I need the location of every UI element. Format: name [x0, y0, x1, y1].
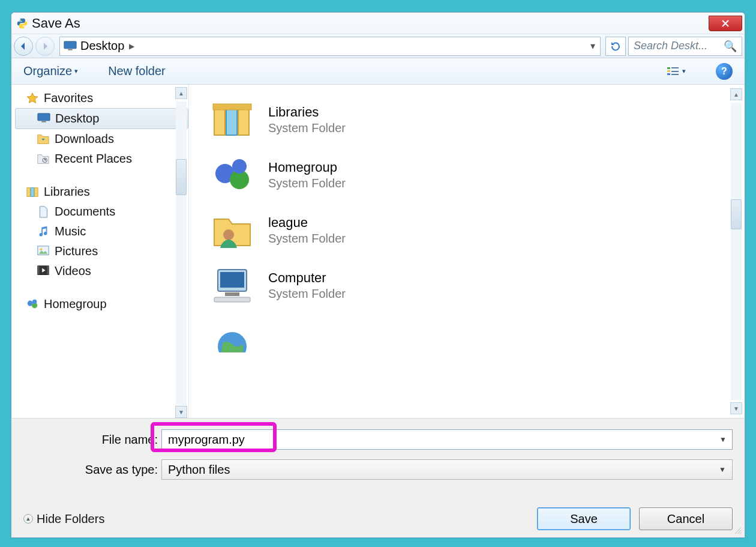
title-bar[interactable]: Save As	[11, 13, 745, 34]
app-icon	[16, 17, 28, 29]
libraries-icon	[208, 98, 256, 141]
organize-button[interactable]: Organize▾	[23, 64, 78, 78]
chevron-up-icon: ▲	[23, 514, 33, 524]
window-title: Save As	[32, 16, 80, 31]
download-folder-icon	[37, 133, 50, 146]
svg-rect-6	[667, 73, 670, 75]
svg-rect-7	[671, 67, 679, 68]
svg-point-23	[32, 299, 37, 303]
videos-icon	[37, 265, 50, 278]
nav-bar: Desktop ▶ ▾ Search Deskt... 🔍	[11, 34, 745, 58]
svg-rect-13	[27, 187, 30, 196]
cancel-button[interactable]: Cancel	[639, 507, 733, 530]
bottom-panel: File name: ▼ Save as type: Python files …	[11, 418, 745, 537]
file-item-computer[interactable]: Computer System Folder	[194, 258, 740, 313]
svg-rect-4	[667, 67, 670, 69]
svg-rect-11	[41, 121, 46, 122]
svg-point-1	[24, 26, 25, 28]
save-as-dialog: Save As Desktop ▶ ▾ Search Deskt... 🔍	[11, 12, 745, 538]
user-folder-icon	[208, 208, 256, 252]
file-item-homegroup[interactable]: Homegroup System Folder	[194, 147, 740, 202]
svg-rect-14	[31, 187, 34, 196]
sidebar-scrollbar[interactable]: ▲ ▼	[175, 87, 187, 418]
forward-button[interactable]	[35, 37, 55, 56]
desktop-icon	[37, 112, 50, 125]
view-options-button[interactable]: ▾	[667, 66, 686, 77]
main-scrollbar[interactable]: ▲ ▼	[730, 88, 742, 414]
svg-rect-20	[47, 265, 49, 274]
svg-rect-2	[64, 41, 76, 48]
file-list[interactable]: Libraries System Folder Homegroup System…	[189, 85, 745, 418]
chevron-right-icon: ▶	[129, 42, 134, 50]
sidebar-item-documents[interactable]: Documents	[15, 202, 188, 222]
sidebar-favorites[interactable]: Favorites	[15, 88, 188, 108]
libraries-icon	[26, 186, 39, 199]
scroll-down-icon[interactable]: ▼	[175, 406, 187, 418]
svg-rect-27	[213, 104, 251, 110]
sidebar-libraries[interactable]: Libraries	[15, 182, 188, 202]
svg-rect-26	[238, 106, 249, 135]
sidebar-item-desktop[interactable]: Desktop	[15, 108, 188, 129]
scroll-thumb[interactable]	[731, 199, 742, 229]
svg-point-0	[20, 19, 21, 20]
svg-rect-35	[214, 297, 250, 302]
desktop-icon	[64, 41, 77, 52]
savetype-select[interactable]: Python files ▼	[161, 459, 733, 480]
svg-rect-19	[38, 265, 40, 274]
refresh-button[interactable]	[605, 37, 626, 56]
pictures-icon	[37, 245, 50, 258]
sidebar-homegroup[interactable]: Homegroup	[15, 294, 188, 314]
svg-rect-9	[671, 74, 679, 75]
globe-icon	[208, 319, 256, 362]
location-text: Desktop	[80, 39, 124, 53]
svg-rect-8	[671, 71, 679, 72]
back-button[interactable]	[14, 37, 33, 56]
sidebar-item-music[interactable]: Music	[15, 222, 188, 241]
svg-rect-3	[68, 49, 72, 50]
address-dropdown[interactable]: ▾	[586, 40, 600, 52]
new-folder-button[interactable]: New folder	[108, 64, 166, 78]
svg-rect-5	[667, 70, 670, 72]
sidebar-item-videos[interactable]: Videos	[15, 261, 188, 281]
homegroup-icon	[208, 153, 256, 196]
file-item-user[interactable]: league System Folder	[194, 202, 740, 258]
close-button[interactable]	[709, 16, 742, 31]
svg-rect-10	[38, 113, 50, 121]
svg-rect-25	[226, 106, 237, 135]
music-icon	[37, 225, 50, 238]
sidebar-item-recent[interactable]: Recent Places	[15, 149, 188, 169]
file-item-partial[interactable]	[194, 313, 740, 368]
scroll-thumb[interactable]	[176, 159, 187, 195]
svg-point-30	[232, 159, 247, 174]
resize-grip[interactable]	[734, 527, 742, 535]
search-placeholder: Search Deskt...	[634, 40, 707, 52]
filename-input[interactable]	[161, 429, 733, 450]
recent-places-icon	[37, 153, 50, 166]
svg-rect-33	[220, 272, 244, 288]
save-button[interactable]: Save	[537, 507, 631, 530]
scroll-up-icon[interactable]: ▲	[175, 87, 187, 99]
scroll-up-icon[interactable]: ▲	[730, 88, 742, 100]
address-bar[interactable]: Desktop ▶ ▾	[59, 37, 601, 56]
sidebar-item-pictures[interactable]: Pictures	[15, 241, 188, 261]
filename-label: File name:	[23, 433, 161, 447]
svg-rect-34	[225, 292, 239, 296]
homegroup-icon	[26, 298, 39, 311]
savetype-label: Save as type:	[23, 463, 161, 477]
svg-point-17	[40, 248, 42, 250]
svg-rect-15	[35, 187, 38, 196]
help-button[interactable]: ?	[716, 63, 733, 80]
scroll-down-icon[interactable]: ▼	[730, 402, 742, 414]
chevron-down-icon: ▼	[719, 465, 726, 474]
sidebar-item-downloads[interactable]: Downloads	[15, 129, 188, 149]
computer-icon	[208, 264, 256, 307]
toolbar: Organize▾ New folder ▾ ?	[11, 58, 745, 85]
search-icon: 🔍	[724, 40, 737, 53]
search-input[interactable]: Search Deskt... 🔍	[628, 37, 742, 56]
svg-rect-24	[214, 106, 225, 135]
sidebar: Favorites Desktop Downloads Recent Place…	[11, 85, 189, 418]
documents-icon	[37, 205, 50, 219]
hide-folders-button[interactable]: ▲ Hide Folders	[23, 512, 104, 526]
star-icon	[26, 92, 39, 105]
file-item-libraries[interactable]: Libraries System Folder	[194, 92, 740, 147]
